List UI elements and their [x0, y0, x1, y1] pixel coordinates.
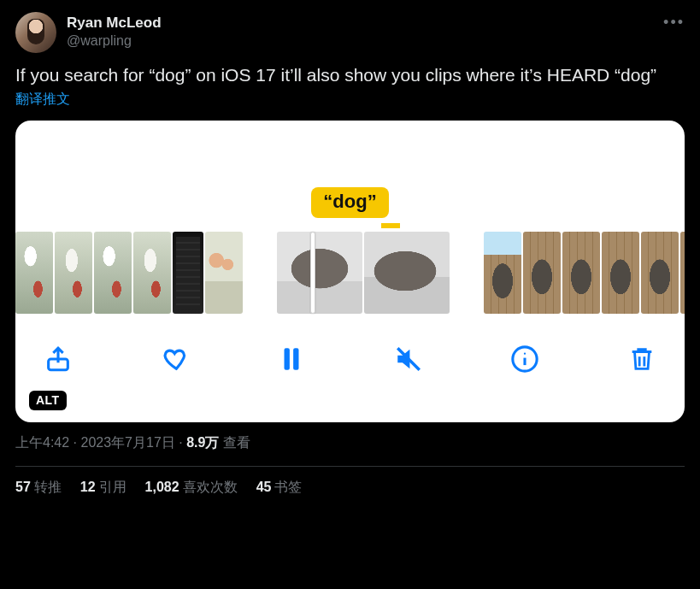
- svg-rect-1: [285, 349, 290, 371]
- clip-thumb: [364, 232, 450, 314]
- clip-group-2[interactable]: [277, 232, 450, 314]
- clip-thumb: [562, 232, 600, 314]
- retweets-stat[interactable]: 57转推: [15, 479, 62, 497]
- more-icon[interactable]: •••: [663, 14, 685, 32]
- timeline-scrubber[interactable]: [15, 232, 685, 314]
- media-card: “dog”: [15, 121, 685, 422]
- divider: [15, 466, 685, 467]
- share-icon[interactable]: [41, 342, 75, 376]
- svg-rect-2: [293, 349, 298, 371]
- meta-line: 上午4:42 · 2023年7月17日 · 8.9万 查看: [15, 434, 685, 452]
- views-count: 8.9万: [186, 435, 219, 450]
- bookmarks-stat[interactable]: 45书签: [256, 479, 303, 497]
- clip-group-1[interactable]: [15, 232, 243, 314]
- quotes-stat[interactable]: 12引用: [80, 479, 126, 497]
- engagement-stats: 57转推 12引用 1,082喜欢次数 45书签: [15, 479, 685, 497]
- search-term-badge: “dog”: [311, 187, 388, 218]
- clip-group-3[interactable]: [484, 232, 685, 314]
- mute-icon[interactable]: [391, 342, 426, 376]
- clip-thumb: [602, 232, 639, 314]
- translate-link[interactable]: 翻译推文: [15, 91, 685, 109]
- clip-thumb: [680, 232, 685, 314]
- alt-badge[interactable]: ALT: [29, 391, 67, 410]
- svg-point-6: [524, 353, 526, 355]
- user-block[interactable]: Ryan McLeod @warpling: [67, 12, 162, 50]
- clip-thumb: [55, 232, 92, 314]
- trash-icon[interactable]: [625, 342, 659, 376]
- clip-thumb: [641, 232, 679, 314]
- tweet-text: If you search for “dog” on iOS 17 it’ll …: [15, 63, 685, 87]
- media-toolbar: [15, 340, 685, 378]
- info-icon[interactable]: [508, 342, 542, 376]
- clip-thumb: [523, 232, 561, 314]
- views-label: 查看: [219, 435, 250, 450]
- clip-thumb: [15, 232, 53, 314]
- avatar[interactable]: [15, 12, 56, 53]
- tweet-date[interactable]: 2023年7月17日: [80, 435, 174, 450]
- pause-icon[interactable]: [274, 342, 309, 376]
- clip-thumb: [94, 232, 132, 314]
- caption-marker: [381, 223, 400, 228]
- likes-stat[interactable]: 1,082喜欢次数: [145, 479, 238, 497]
- playhead[interactable]: [310, 232, 315, 314]
- clip-thumb: [484, 232, 521, 314]
- tweet-header: Ryan McLeod @warpling •••: [15, 12, 685, 53]
- user-handle: @warpling: [67, 32, 162, 50]
- clip-thumb: [205, 232, 243, 314]
- heart-icon[interactable]: [158, 342, 192, 376]
- clip-thumb: [133, 232, 171, 314]
- tweet: Ryan McLeod @warpling ••• If you search …: [0, 0, 700, 497]
- clip-thumb: [173, 232, 203, 314]
- tweet-time[interactable]: 上午4:42: [15, 435, 69, 450]
- display-name: Ryan McLeod: [67, 14, 162, 32]
- clip-thumb: [277, 232, 362, 314]
